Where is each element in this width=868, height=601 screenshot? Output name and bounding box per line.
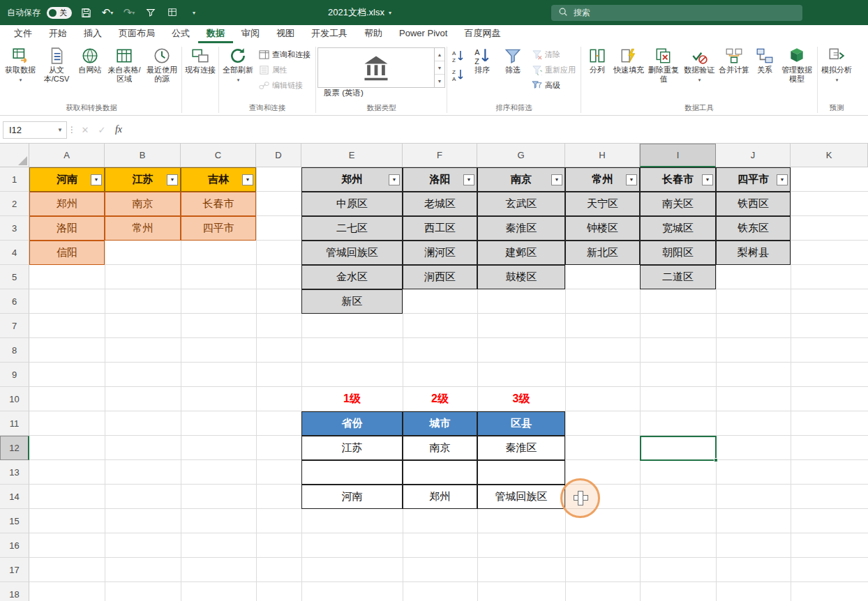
cell-G5[interactable]: 鼓楼区	[477, 265, 565, 289]
row-header-5[interactable]: 5	[0, 265, 29, 289]
filter-button-ribbon[interactable]: 筛选	[497, 45, 528, 75]
row-header-14[interactable]: 14	[0, 485, 29, 509]
cell-I3[interactable]: 宽城区	[640, 216, 716, 241]
cell-E5[interactable]: 金水区	[301, 265, 403, 289]
cell-F12[interactable]: 南京	[403, 436, 477, 460]
advanced-filter-button[interactable]: 高级	[528, 78, 579, 92]
what-if-analysis-button[interactable]: 模拟分析▾	[819, 45, 854, 84]
cell-F1[interactable]: 洛阳▼	[403, 167, 477, 192]
cancel-entry-icon[interactable]: ✕	[77, 121, 93, 138]
autosave-toggle[interactable]: 关	[47, 7, 72, 19]
insert-function-icon[interactable]: fx	[110, 121, 127, 138]
column-header-C[interactable]: C	[181, 144, 256, 167]
filter-dropdown-icon[interactable]: ▼	[551, 174, 562, 185]
sort-ascending-button[interactable]: AZ	[449, 47, 467, 63]
filter-dropdown-icon[interactable]: ▼	[242, 174, 253, 185]
formula-input[interactable]	[133, 121, 865, 139]
row-header-1[interactable]: 1	[0, 167, 29, 192]
toolbar-options-chevron-icon[interactable]: ▾	[186, 5, 202, 20]
properties-button[interactable]: 属性	[255, 63, 314, 77]
data-validation-button[interactable]: 数据验证▾	[682, 45, 717, 84]
data-types-gallery[interactable]: 股票 (英语) ▲ ▼ ▼	[317, 47, 445, 88]
cell-B3[interactable]: 常州	[105, 216, 181, 241]
column-header-B[interactable]: B	[105, 144, 181, 167]
tab-home[interactable]: 开始	[40, 25, 75, 43]
relationships-button[interactable]: 关系	[751, 45, 778, 75]
from-table-range-button[interactable]: 来自表格/区域	[105, 45, 144, 84]
row-header-13[interactable]: 13	[0, 460, 29, 485]
undo-icon[interactable]: ↶▾	[100, 5, 115, 20]
cell-G2[interactable]: 玄武区	[477, 192, 565, 216]
cell-G11[interactable]: 区县	[477, 411, 565, 436]
cell-H2[interactable]: 天宁区	[565, 192, 640, 216]
cell-F3[interactable]: 西工区	[403, 216, 477, 241]
cell-I5[interactable]: 二道区	[640, 265, 716, 289]
cell-E3[interactable]: 二七区	[301, 216, 403, 241]
reapply-filter-button[interactable]: 重新应用	[528, 63, 579, 77]
cell-H3[interactable]: 钟楼区	[565, 216, 640, 241]
tab-insert[interactable]: 插入	[75, 25, 110, 43]
cell-B1[interactable]: 江苏▼	[105, 167, 181, 192]
cell-G13[interactable]	[477, 460, 565, 485]
column-header-K[interactable]: K	[791, 144, 868, 167]
column-header-E[interactable]: E	[301, 144, 403, 167]
get-data-button[interactable]: 获取数据▾	[3, 45, 38, 84]
cell-J1[interactable]: 四平市▼	[716, 167, 791, 192]
edit-links-button[interactable]: 编辑链接	[255, 78, 314, 92]
row-header-7[interactable]: 7	[0, 314, 29, 338]
confirm-entry-icon[interactable]: ✓	[93, 121, 110, 138]
row-header-2[interactable]: 2	[0, 192, 29, 216]
cell-F4[interactable]: 澜河区	[403, 241, 477, 265]
gallery-more-icon[interactable]: ▼	[435, 75, 444, 87]
fill-handle[interactable]	[714, 458, 718, 462]
select-all-corner[interactable]	[0, 144, 29, 167]
consolidate-button[interactable]: 合并计算	[717, 45, 751, 75]
gallery-down-icon[interactable]: ▼	[435, 61, 444, 75]
manage-data-model-button[interactable]: 管理数据模型	[778, 45, 816, 84]
row-header-10[interactable]: 10	[0, 387, 29, 411]
filter-quick-icon[interactable]	[143, 5, 158, 20]
row-header-15[interactable]: 15	[0, 509, 29, 533]
cell-F5[interactable]: 涧西区	[403, 265, 477, 289]
cell-H4[interactable]: 新北区	[565, 241, 640, 265]
cell-E14[interactable]: 河南	[301, 485, 403, 509]
cell-C1[interactable]: 吉林▼	[181, 167, 256, 192]
sort-descending-button[interactable]: ZA	[449, 66, 467, 82]
cell-G12[interactable]: 秦淮区	[477, 436, 565, 460]
table-quick-icon[interactable]	[165, 5, 180, 20]
selected-cell-I12[interactable]	[640, 436, 717, 461]
cell-G3[interactable]: 秦淮区	[477, 216, 565, 241]
text-to-columns-button[interactable]: 分列	[583, 45, 612, 75]
clear-filter-button[interactable]: 清除	[528, 47, 579, 61]
cell-F2[interactable]: 老城区	[403, 192, 477, 216]
cell-E1[interactable]: 郑州▼	[301, 167, 403, 192]
cell-A2[interactable]: 郑州	[29, 192, 105, 216]
cell-E11[interactable]: 省份	[301, 411, 403, 436]
column-header-A[interactable]: A	[29, 144, 105, 167]
cell-B2[interactable]: 南京	[105, 192, 181, 216]
cell-J2[interactable]: 铁西区	[716, 192, 791, 216]
recent-sources-button[interactable]: 最近使用的源	[144, 45, 180, 84]
row-header-11[interactable]: 11	[0, 411, 29, 436]
tab-review[interactable]: 审阅	[233, 25, 268, 43]
row-header-4[interactable]: 4	[0, 241, 29, 265]
filter-dropdown-icon[interactable]: ▼	[626, 174, 637, 185]
cell-A4[interactable]: 信阳	[29, 241, 105, 265]
filter-dropdown-icon[interactable]: ▼	[389, 174, 400, 185]
column-header-J[interactable]: J	[716, 144, 791, 167]
from-web-button[interactable]: 自网站	[75, 45, 105, 75]
redo-icon[interactable]: ↷▾	[121, 5, 137, 20]
existing-connections-button[interactable]: 现有连接	[184, 45, 217, 75]
tab-power-pivot[interactable]: Power Pivot	[391, 25, 456, 43]
row-header-6[interactable]: 6	[0, 289, 29, 314]
cell-G14[interactable]: 管城回族区	[477, 485, 565, 509]
name-box-chevron-icon[interactable]: ▼	[57, 127, 66, 133]
flash-fill-button[interactable]: 快速填充	[612, 45, 645, 75]
filter-dropdown-icon[interactable]: ▼	[463, 174, 474, 185]
column-header-F[interactable]: F	[403, 144, 477, 167]
cell-A1[interactable]: 河南▼	[29, 167, 105, 192]
row-header-18[interactable]: 18	[0, 582, 29, 601]
tab-formulas[interactable]: 公式	[163, 25, 198, 43]
cell-E13[interactable]	[301, 460, 403, 485]
tab-baidu-netdisk[interactable]: 百度网盘	[456, 25, 509, 43]
